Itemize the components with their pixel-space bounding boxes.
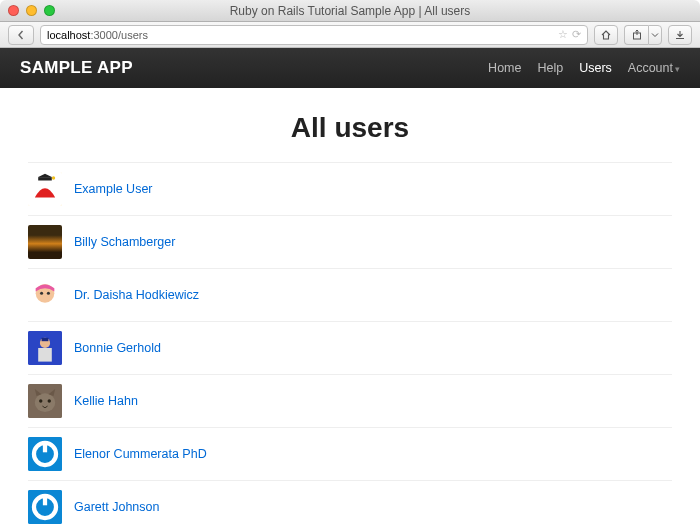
nav-home[interactable]: Home xyxy=(488,61,521,75)
window-title: Ruby on Rails Tutorial Sample App | All … xyxy=(0,4,700,18)
download-icon xyxy=(674,29,686,41)
user-link[interactable]: Bonnie Gerhold xyxy=(74,341,161,355)
avatar xyxy=(28,331,62,365)
svg-point-14 xyxy=(39,399,42,402)
avatar xyxy=(28,437,62,471)
window-zoom-button[interactable] xyxy=(44,5,55,16)
app-navbar: SAMPLE APP Home Help Users Account▾ xyxy=(0,48,700,88)
back-button[interactable] xyxy=(8,25,34,45)
list-item: Elenor Cummerata PhD xyxy=(28,427,672,480)
user-link[interactable]: Elenor Cummerata PhD xyxy=(74,447,207,461)
share-button[interactable] xyxy=(624,25,648,45)
user-link[interactable]: Kellie Hahn xyxy=(74,394,138,408)
downloads-button[interactable] xyxy=(668,25,692,45)
share-menu-button[interactable] xyxy=(648,25,662,45)
home-toolbar-button[interactable] xyxy=(594,25,618,45)
address-bar[interactable]: localhost:3000/users ☆ ⟳ xyxy=(40,25,588,45)
user-link[interactable]: Garett Johnson xyxy=(74,500,159,514)
avatar xyxy=(28,384,62,418)
nav-account-label: Account xyxy=(628,61,673,75)
nav-users[interactable]: Users xyxy=(579,61,612,75)
avatar xyxy=(28,225,62,259)
svg-point-6 xyxy=(40,292,43,295)
address-bar-actions: ☆ ⟳ xyxy=(558,28,581,41)
user-link[interactable]: Example User xyxy=(74,182,153,196)
home-icon xyxy=(600,29,612,41)
chevron-down-icon xyxy=(651,31,659,39)
list-item: Billy Schamberger xyxy=(28,215,672,268)
list-item: Bonnie Gerhold xyxy=(28,321,672,374)
window-minimize-button[interactable] xyxy=(26,5,37,16)
svg-rect-21 xyxy=(43,494,47,505)
browser-viewport[interactable]: SAMPLE APP Home Help Users Account▾ All … xyxy=(0,48,700,529)
avatar xyxy=(28,172,62,206)
reload-icon[interactable]: ⟳ xyxy=(572,28,581,41)
user-link[interactable]: Dr. Daisha Hodkiewicz xyxy=(74,288,199,302)
list-item: Kellie Hahn xyxy=(28,374,672,427)
svg-rect-2 xyxy=(38,177,52,180)
svg-rect-10 xyxy=(38,348,52,362)
avatar xyxy=(28,490,62,524)
share-toolbar-group xyxy=(624,25,662,45)
svg-point-7 xyxy=(47,292,50,295)
window-titlebar: Ruby on Rails Tutorial Sample App | All … xyxy=(0,0,700,22)
avatar xyxy=(28,278,62,312)
list-item: Dr. Daisha Hodkiewicz xyxy=(28,268,672,321)
brand-logo[interactable]: SAMPLE APP xyxy=(20,58,133,78)
traffic-lights xyxy=(8,5,55,16)
nav-links: Home Help Users Account▾ xyxy=(488,61,680,75)
reader-icon[interactable]: ☆ xyxy=(558,28,568,41)
list-item: Example User xyxy=(28,162,672,215)
share-icon xyxy=(631,29,643,41)
svg-point-15 xyxy=(48,399,51,402)
user-link[interactable]: Billy Schamberger xyxy=(74,235,175,249)
svg-rect-11 xyxy=(42,338,49,341)
address-path: /users xyxy=(118,29,148,41)
nav-account[interactable]: Account▾ xyxy=(628,61,680,75)
address-host: localhost xyxy=(47,29,90,41)
svg-rect-18 xyxy=(43,441,47,452)
page-container: All users Example UserBilly SchambergerD… xyxy=(0,88,700,529)
list-item: Garett Johnson xyxy=(28,480,672,529)
address-port: 3000 xyxy=(93,29,117,41)
page-title: All users xyxy=(28,112,672,144)
svg-point-3 xyxy=(52,176,55,179)
browser-toolbar: localhost:3000/users ☆ ⟳ xyxy=(0,22,700,48)
window-close-button[interactable] xyxy=(8,5,19,16)
nav-help[interactable]: Help xyxy=(537,61,563,75)
chevron-down-icon: ▾ xyxy=(675,64,680,74)
svg-point-13 xyxy=(35,393,55,412)
users-list: Example UserBilly SchambergerDr. Daisha … xyxy=(28,162,672,529)
chevron-left-icon xyxy=(16,30,26,40)
